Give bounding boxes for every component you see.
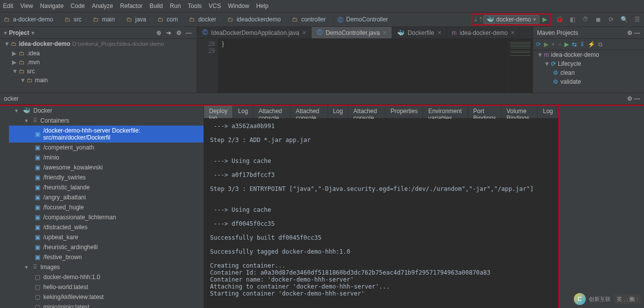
container-node[interactable]: ▣/awesome_kowalevski <box>9 162 204 172</box>
execute-icon[interactable]: ▶ <box>544 41 548 48</box>
container-node[interactable]: ▣/minio <box>9 153 204 162</box>
maven-node[interactable]: ⚙validate <box>533 77 644 86</box>
crumb-com[interactable]: 🗀com <box>156 15 180 24</box>
log-tab[interactable]: Port Bindings <box>468 106 502 118</box>
container-node[interactable]: ▣/heuristic_lalande <box>9 182 204 192</box>
code-editor[interactable]: 28 29 } <box>197 39 533 93</box>
run-icon[interactable]: ▶ <box>564 41 569 48</box>
container-node[interactable]: ▣/upbeat_kare <box>9 232 204 242</box>
tree-node[interactable]: ▼🗀main <box>0 76 197 85</box>
container-node[interactable]: ▣/competent_yonath <box>9 143 204 153</box>
menu-analyze[interactable]: Analyze <box>92 2 113 9</box>
container-node[interactable]: ▣/docker-demo-hhh-server Dockerfile: src… <box>9 126 204 143</box>
project-tree[interactable]: ▼ 🗀 idea-docker-demo D:\xinkerui_Project… <box>0 39 197 93</box>
editor-tab[interactable]: 🐳Dockerfile✕ <box>392 27 446 38</box>
coverage-button[interactable]: ◧ <box>567 14 577 24</box>
crumb-root[interactable]: 🗀a-docker-demo <box>2 15 55 24</box>
debug-button[interactable]: 🐞 <box>554 14 564 24</box>
crumb-src[interactable]: 🗀src <box>63 15 84 24</box>
chevron-down-icon[interactable]: ▾ <box>31 29 34 36</box>
menu-vcs[interactable]: VCS <box>209 2 221 9</box>
container-node[interactable]: ▣/compassionate_lichterman <box>9 212 204 222</box>
log-tab[interactable]: Attached console <box>291 106 328 118</box>
tree-icon[interactable]: ⧉ <box>598 41 603 48</box>
menu-code[interactable]: Code <box>71 2 85 9</box>
update-button[interactable]: ⟳ <box>606 14 616 24</box>
images-group[interactable]: ▾⠿Images <box>9 262 204 272</box>
image-node[interactable]: ▢docker-demo-hhh:1.0 <box>9 272 204 282</box>
download-icon[interactable]: ⇩ <box>580 41 585 48</box>
log-tab[interactable]: Deploy log <box>204 106 233 118</box>
container-node[interactable]: ▣/focused_hugle <box>9 202 204 212</box>
editor-tab[interactable]: ⒸIdeaDockerDemoApplication.java✕ <box>197 27 312 38</box>
maven-node[interactable]: ⚙clean <box>533 68 644 77</box>
menu-run[interactable]: Run <box>170 2 181 9</box>
refresh-icon[interactable]: ⟳ <box>536 41 541 48</box>
containers-group[interactable]: ▾⠿Containers <box>9 116 204 126</box>
search-button[interactable]: 🔍 <box>619 14 629 24</box>
log-tab[interactable]: Environment variables <box>423 106 468 118</box>
gear-icon[interactable]: ⚙ <box>627 95 633 102</box>
collapse-all-icon[interactable]: ➔ <box>165 29 173 37</box>
code-area[interactable]: } <box>218 39 508 93</box>
log-tab[interactable]: Log <box>538 106 558 118</box>
crumb-main[interactable]: 🗀main <box>91 15 117 24</box>
log-tab[interactable]: Attached console <box>253 106 291 118</box>
close-icon[interactable]: ✕ <box>302 30 306 35</box>
toggle-icon[interactable]: ⇆ <box>572 41 577 48</box>
crumb-class[interactable]: ⒸDemoController <box>335 15 390 24</box>
crumb-docker[interactable]: 🗀docker <box>187 15 218 24</box>
menu-view[interactable]: View <box>20 2 33 9</box>
lightning-icon[interactable]: ⚡ <box>588 41 595 48</box>
close-icon[interactable]: ✕ <box>437 30 441 35</box>
image-node[interactable]: ▢keking/kkfileview:latest <box>9 292 204 302</box>
image-node[interactable]: ▢minio/minio:latest <box>9 302 204 308</box>
tree-node[interactable]: ▼🗀src <box>0 67 197 76</box>
hide-icon[interactable]: — <box>634 95 640 102</box>
maven-node[interactable]: ▼midea-docker-demo <box>533 50 644 59</box>
docker-tree[interactable]: ▾🐳Docker ▾⠿Containers ▣/docker-demo-hhh-… <box>9 106 204 308</box>
scroll-to-icon[interactable]: ⊕ <box>155 29 163 37</box>
close-icon[interactable]: ✕ <box>511 30 515 35</box>
chevron-down-icon[interactable]: ▾ <box>4 29 7 36</box>
settings-button[interactable]: ☰ <box>632 14 642 24</box>
hide-icon[interactable]: — <box>634 29 640 36</box>
container-node[interactable]: ▣/friendly_swirles <box>9 172 204 182</box>
menu-build[interactable]: Build <box>150 2 163 9</box>
menu-edit[interactable]: Edit <box>3 2 13 9</box>
project-root[interactable]: ▼ 🗀 idea-docker-demo D:\xinkerui_Project… <box>0 39 197 49</box>
docker-root[interactable]: ▾🐳Docker <box>9 106 204 116</box>
container-node[interactable]: ▣/heuristic_ardinghelli <box>9 242 204 252</box>
tree-node[interactable]: ▶🗀.idea <box>0 49 197 58</box>
gear-icon[interactable]: ⚙ <box>175 29 183 37</box>
log-tab[interactable]: Properties <box>386 106 424 118</box>
image-node[interactable]: ▢hello-world:latest <box>9 282 204 292</box>
editor-minimap[interactable] <box>508 39 533 93</box>
gear-icon[interactable]: ⚙ <box>627 29 633 36</box>
log-tab[interactable]: Volume Bindings <box>502 106 538 118</box>
crumb-java[interactable]: 🗀java <box>124 15 148 24</box>
build-icon[interactable]: ⇣⇡ <box>473 14 483 24</box>
run-button[interactable]: ▶ <box>539 14 549 24</box>
editor-tab[interactable]: midea-docker-demo✕ <box>447 27 521 38</box>
close-icon[interactable]: ✕ <box>383 30 387 35</box>
stop-button[interactable]: ◼ <box>593 14 603 24</box>
editor-tab[interactable]: ⒸDemoController.java✕ <box>312 27 392 38</box>
log-tab[interactable]: Log <box>233 106 253 118</box>
tree-node[interactable]: ▶🗀.mvn <box>0 58 197 67</box>
log-tab[interactable]: Log <box>328 106 348 118</box>
hide-icon[interactable]: — <box>185 29 193 37</box>
container-node[interactable]: ▣/angry_albattani <box>9 192 204 202</box>
add-icon[interactable]: + <box>551 41 555 48</box>
profile-button[interactable]: ⏱ <box>580 14 590 24</box>
menu-help[interactable]: Help <box>256 2 269 9</box>
deploy-log-body[interactable]: ---> a3562aa0b991 Step 2/3 : ADD *.jar a… <box>204 119 558 308</box>
log-tab[interactable]: Attached console <box>348 106 386 118</box>
menu-tools[interactable]: Tools <box>188 2 202 9</box>
crumb-controller[interactable]: 🗀controller <box>290 15 327 24</box>
container-node[interactable]: ▣/festive_brown <box>9 252 204 262</box>
maven-node[interactable]: ▼⟳Lifecycle <box>533 59 644 68</box>
remove-icon[interactable]: − <box>558 41 561 48</box>
run-config-select[interactable]: 🐳 docker-demo ▾ <box>483 15 539 24</box>
menu-navigate[interactable]: Navigate <box>40 2 63 9</box>
